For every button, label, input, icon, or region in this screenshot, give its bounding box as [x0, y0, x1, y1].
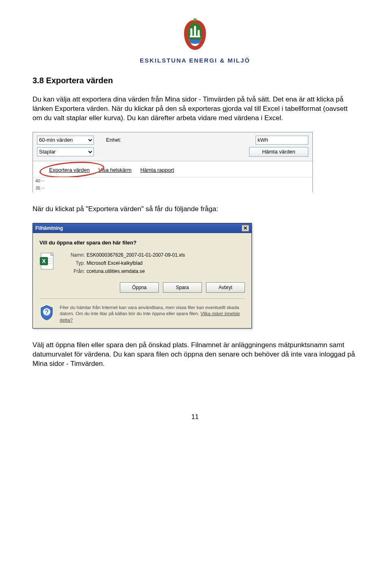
enhet-input[interactable]	[256, 136, 308, 145]
enhet-label: Enhet:	[106, 137, 121, 143]
paragraph-2: När du klickat på "Exportera värden" så …	[32, 205, 358, 214]
interval-select[interactable]: 60-min värden	[37, 136, 94, 145]
from-value: ccetuna.utilities.wmdata.se	[87, 268, 245, 274]
company-logo-block: ESKILSTUNA ENERGI & MILJÖ	[32, 16, 358, 64]
svg-text:X: X	[42, 258, 46, 264]
fullscreen-link[interactable]: Visa helskärm	[98, 167, 131, 173]
section-heading: 3.8 Exportera värden	[32, 76, 358, 85]
svg-rect-3	[190, 36, 200, 37]
excel-file-icon: X	[39, 252, 62, 271]
export-link[interactable]: Exportera värden	[49, 167, 90, 173]
svg-text:?: ?	[45, 309, 49, 316]
file-download-dialog: Filhämtning ✕ Vill du öppna eller spara …	[32, 223, 252, 329]
dialog-question: Vill du öppna eller spara den här filen?	[39, 240, 245, 246]
shield-warning-icon: ?	[39, 305, 54, 322]
paragraph-1: Du kan välja att exportera dina värden f…	[32, 95, 358, 123]
dialog-titlebar: Filhämtning ✕	[33, 223, 251, 233]
name-value: ESK0000367826_2007-01-01-2007-09-01.xls	[87, 252, 245, 258]
axis-tick-40: 40	[35, 178, 40, 183]
paragraph-3: Välj att öppna filen eller spara den på …	[32, 341, 358, 369]
apple-logo-icon	[178, 16, 212, 54]
link-bar: Exportera värden Visa helskärm Hämta rap…	[33, 161, 312, 177]
company-name: ESKILSTUNA ENERGI & MILJÖ	[32, 57, 358, 64]
type-label: Typ:	[64, 260, 85, 266]
page-number: 11	[32, 413, 358, 421]
dialog-title: Filhämtning	[35, 225, 63, 231]
close-icon[interactable]: ✕	[242, 225, 249, 231]
warning-text: Filer du hämtar från Internet kan vara a…	[60, 305, 245, 324]
chart-axis-fragment: 40 35	[33, 177, 312, 192]
charttype-select[interactable]: Staplar	[37, 147, 94, 156]
save-button[interactable]: Spara	[163, 282, 202, 293]
screenshot-controls: 60-min värden Enhet: Staplar Hämta värde…	[32, 132, 313, 192]
name-label: Namn:	[64, 252, 85, 258]
report-link[interactable]: Hämta rapport	[140, 167, 174, 173]
open-button[interactable]: Öppna	[120, 282, 159, 293]
cancel-button[interactable]: Avbryt	[206, 282, 245, 293]
type-value: Microsoft Excel-kalkylblad	[87, 260, 245, 266]
axis-tick-35: 35	[35, 186, 40, 190]
from-label: Från:	[64, 268, 85, 274]
hamta-varden-button[interactable]: Hämta värden	[249, 147, 308, 157]
